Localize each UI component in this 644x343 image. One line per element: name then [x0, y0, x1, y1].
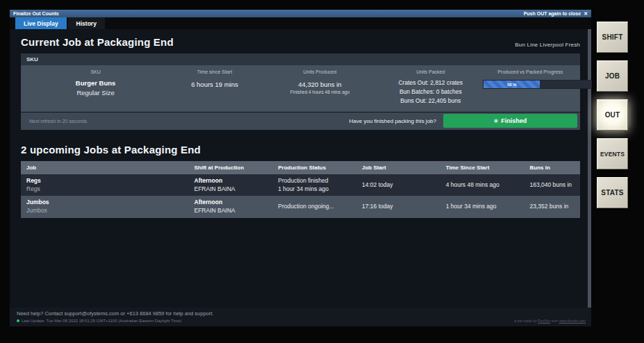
job-start: 17:16 today: [356, 200, 440, 214]
col-progress-header: Produced vs Packed Progress: [483, 69, 577, 74]
job-name: Jumbos: [26, 199, 183, 207]
credit-mid: over: [552, 319, 559, 323]
window-title: Finalize Out Counts: [13, 11, 59, 16]
time-since-start-value: 6 hours 19 mins: [167, 81, 261, 88]
time-since: 1 hour 34 mins ago: [440, 200, 525, 214]
job-subname: Regs: [26, 185, 183, 194]
shift-name: Afternoon: [195, 199, 267, 207]
col-units-packed: Units Packed Crates Out: 2,812 crates Bu…: [378, 69, 483, 106]
operator-name: EFRAIN BAINA: [195, 185, 267, 194]
finished-button[interactable]: ✳ Finished: [443, 114, 577, 128]
progress-bar-fill: 52 %: [484, 81, 540, 88]
job-subname: Jumbos: [26, 207, 183, 215]
progress-percent-label: 52 %: [507, 83, 517, 87]
progress-bar: 52 %: [483, 80, 592, 89]
time-since: 4 hours 48 mins ago: [440, 178, 525, 192]
col-produced-header: Units Produced: [262, 69, 378, 74]
line-name: Bun Line Liverpool Fresh: [515, 42, 580, 48]
table-row[interactable]: Regs Regs Afternoon EFRAIN BAINA Product…: [21, 174, 580, 196]
close-icon[interactable]: ✕: [584, 11, 588, 17]
col-shift: Shift at Production: [189, 161, 273, 174]
col-time-since-start: Time since Start 6 hours 19 mins: [167, 69, 261, 106]
production-status: Production finished: [278, 177, 351, 185]
scrollbar[interactable]: [588, 29, 591, 308]
tab-history[interactable]: History: [68, 17, 105, 29]
current-job-card: SKU SKU Burger Buns Regular Size Time si…: [21, 53, 580, 130]
col-packed-header: Units Packed: [378, 69, 483, 74]
col-job-start: Job Start: [356, 161, 440, 174]
upcoming-jobs-heading: 2 upcoming Jobs at Packaging End: [21, 144, 580, 156]
shift-key-button[interactable]: SHIFT: [597, 22, 628, 53]
crates-out-value: Crates Out: 2,812 crates: [378, 78, 483, 87]
site-credit: a site made by FlexSim over www.flexsim.…: [514, 319, 586, 323]
jobs-table-header: Job Shift at Production Production Statu…: [21, 161, 580, 174]
job-key-button[interactable]: JOB: [597, 60, 628, 92]
shift-name: Afternoon: [195, 177, 267, 185]
current-job-title: Current Job at Packaging End: [21, 36, 174, 48]
col-progress: Produced vs Packed Progress 52 %: [483, 69, 577, 106]
buns-in: 23,352 buns in: [525, 200, 581, 214]
hardware-key-panel: SHIFT JOB OUT EVENTS STATS: [597, 22, 629, 216]
upcoming-jobs-title: 2 upcoming Jobs at Packaging End: [21, 144, 201, 156]
col-time-since: Time Since Start: [440, 161, 525, 174]
finished-question: Have you finished packing this job?: [349, 118, 436, 124]
col-status: Production Status: [272, 161, 356, 174]
stats-key-button[interactable]: STATS: [597, 177, 628, 208]
current-job-table: SKU Burger Buns Regular Size Time since …: [21, 65, 580, 112]
credit-prefix: a site made by: [514, 319, 537, 323]
units-produced-value: 44,320 buns in: [262, 81, 378, 88]
col-sku-header: SKU: [24, 69, 167, 74]
status-dot: [17, 319, 19, 322]
job-name: Regs: [26, 177, 183, 185]
col-sku: SKU Burger Buns Regular Size: [24, 69, 167, 106]
col-time-header: Time since Start: [167, 69, 261, 74]
tab-strip: Live Display History: [10, 17, 591, 29]
units-produced-note: Finished 4 hours 48 mins ago: [262, 90, 378, 94]
tab-live-display[interactable]: Live Display: [15, 17, 67, 29]
current-job-footer: Next refresh in 20 seconds Have you fini…: [21, 112, 580, 130]
last-update-text: Last Update: Tue Mar 08 2022 18:01:25 GM…: [22, 319, 181, 323]
last-update-row: Last Update: Tue Mar 08 2022 18:01:25 GM…: [17, 319, 584, 323]
credit-author-link[interactable]: FlexSim: [538, 319, 550, 323]
finalize-out-counts-window: Finalize Out Counts Push OUT again to cl…: [10, 10, 591, 326]
col-buns-in: Buns In: [525, 161, 581, 174]
production-status: Production ongoing...: [272, 200, 356, 214]
sku-variant: Regular Size: [24, 88, 167, 98]
close-hint-text: Push OUT again to close: [524, 11, 581, 16]
buns-in: 163,040 buns in: [525, 178, 581, 192]
operator-name: EFRAIN BAINA: [195, 207, 267, 215]
refresh-countdown: Next refresh in 20 seconds: [29, 119, 349, 124]
job-start: 14:02 today: [356, 178, 440, 192]
finished-check-icon: ✳: [494, 118, 499, 124]
buns-out-value: Buns Out: 22,405 buns: [378, 97, 483, 106]
sku-section-label: SKU: [21, 53, 580, 65]
production-status-sub: 1 hour 34 mins ago: [278, 185, 351, 194]
table-row[interactable]: Jumbos Jumbos Afternoon EFRAIN BAINA Pro…: [21, 196, 580, 218]
credit-site-link[interactable]: www.flexsim.com: [559, 319, 586, 323]
current-job-heading: Current Job at Packaging End Bun Line Li…: [21, 36, 580, 48]
bun-batches-value: Bun Batches: 0 batches: [378, 87, 483, 97]
window-titlebar: Finalize Out Counts Push OUT again to cl…: [10, 10, 591, 17]
upcoming-jobs-table: Job Shift at Production Production Statu…: [21, 161, 580, 219]
col-units-produced: Units Produced 44,320 buns in Finished 4…: [262, 69, 378, 106]
help-text: Need help? Contact support@ofystems.com …: [17, 310, 584, 317]
sku-name: Burger Buns: [24, 78, 167, 88]
events-key-button[interactable]: EVENTS: [597, 138, 628, 169]
col-job: Job: [21, 161, 189, 174]
out-key-button[interactable]: OUT: [597, 99, 628, 131]
window-footer: Need help? Contact support@ofystems.com …: [10, 308, 591, 326]
main-content: Current Job at Packaging End Bun Line Li…: [10, 29, 591, 308]
finished-button-label: Finished: [501, 117, 527, 124]
